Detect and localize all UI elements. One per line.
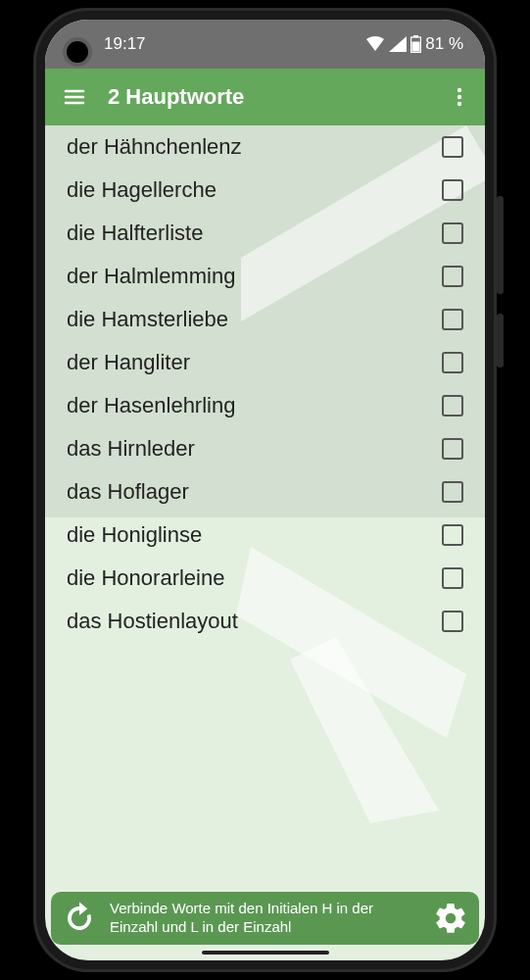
list-item-checkbox[interactable] [442, 266, 463, 287]
kebab-menu-icon[interactable] [444, 81, 475, 113]
list-item[interactable]: der Halmlemming [45, 255, 485, 298]
list-item[interactable]: das Hoflager [45, 470, 485, 514]
list-item-checkbox[interactable] [442, 395, 463, 416]
list-item-checkbox[interactable] [442, 611, 463, 632]
svg-point-4 [458, 95, 461, 99]
list-item[interactable]: der Hasenlehrling [45, 384, 485, 427]
hamburger-menu-icon[interactable] [59, 81, 90, 113]
list-item[interactable]: die Honorarleine [45, 557, 485, 600]
list-item-label: die Honiglinse [67, 522, 202, 548]
list-item-checkbox[interactable] [442, 352, 463, 373]
status-time: 19:17 [104, 34, 146, 54]
list-item-checkbox[interactable] [442, 567, 463, 589]
refresh-button[interactable] [59, 898, 100, 939]
list-item-label: die Hagellerche [67, 177, 217, 203]
list-item-label: der Halmlemming [67, 264, 235, 289]
list-item[interactable]: das Hostienlayout [45, 600, 485, 643]
list-item-checkbox[interactable] [442, 481, 463, 503]
app-bar: 2 Hauptworte [45, 69, 485, 125]
list-item[interactable]: der Hähnchenlenz [45, 125, 485, 169]
list-item-label: der Hangliter [67, 350, 190, 375]
list-item[interactable]: das Hirnleder [45, 427, 485, 470]
bottom-bar: Verbinde Worte mit den Initialen H in de… [51, 892, 479, 945]
list-item-checkbox[interactable] [442, 179, 463, 201]
settings-button[interactable] [430, 898, 471, 939]
list-item-label: das Hirnleder [67, 436, 195, 462]
nav-pill [202, 951, 329, 955]
status-bar: 19:17 81 % [45, 20, 485, 69]
list-item-label: das Hostienlayout [67, 609, 238, 634]
battery-percent: 81 % [425, 34, 463, 54]
camera-punch-hole [67, 41, 88, 63]
svg-rect-2 [412, 42, 420, 52]
wifi-icon [365, 36, 385, 52]
svg-point-3 [458, 88, 461, 92]
hint-text: Verbinde Worte mit den Initialen H in de… [110, 900, 420, 937]
list-item[interactable]: die Hamsterliebe [45, 298, 485, 341]
list-item[interactable]: die Halfterliste [45, 212, 485, 255]
list-area: der Hähnchenlenzdie Hagellerchedie Halft… [45, 125, 485, 892]
svg-point-5 [458, 102, 461, 106]
svg-marker-9 [290, 637, 439, 823]
signal-icon [389, 36, 407, 52]
list-item-checkbox[interactable] [442, 309, 463, 330]
battery-icon [410, 35, 421, 53]
list-item-label: die Hamsterliebe [67, 307, 228, 332]
list-item-checkbox[interactable] [442, 524, 463, 546]
list-item-checkbox[interactable] [442, 222, 463, 244]
list-item-label: der Hasenlehrling [67, 393, 235, 418]
list-item[interactable]: die Honiglinse [45, 514, 485, 557]
phone-frame: 19:17 81 % 2 Hauptworte [33, 8, 497, 972]
screen: 19:17 81 % 2 Hauptworte [45, 20, 485, 960]
app-title: 2 Hauptworte [108, 84, 426, 110]
list-item-label: das Hoflager [67, 479, 189, 505]
list-item-label: der Hähnchenlenz [67, 134, 242, 160]
status-right: 81 % [365, 34, 463, 54]
list-item-checkbox[interactable] [442, 136, 463, 158]
list-item-label: die Halfterliste [67, 220, 203, 246]
list-item[interactable]: die Hagellerche [45, 169, 485, 212]
list-item-checkbox[interactable] [442, 438, 463, 460]
word-list[interactable]: der Hähnchenlenzdie Hagellerchedie Halft… [45, 125, 485, 643]
list-item-label: die Honorarleine [67, 565, 224, 591]
list-item[interactable]: der Hangliter [45, 341, 485, 384]
